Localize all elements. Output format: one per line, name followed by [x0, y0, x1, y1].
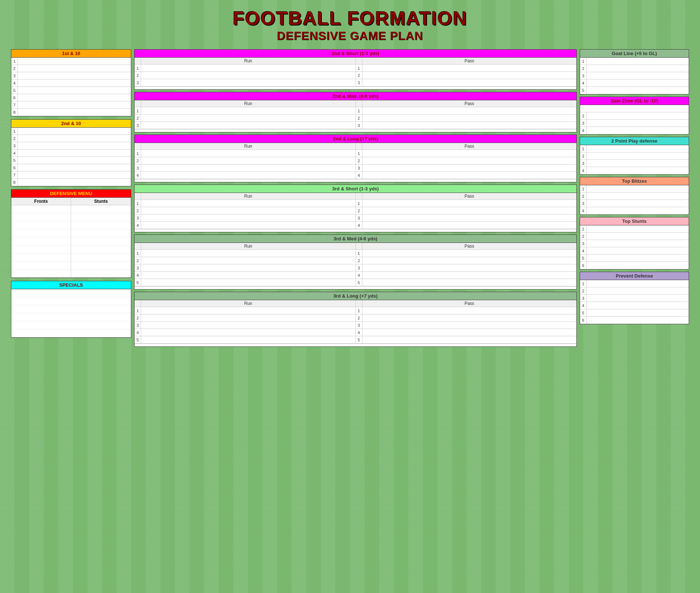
spacer: [135, 344, 576, 346]
run-pass-subheader: Run Pass: [135, 193, 576, 200]
top-stunts-section: Top Stunts 1 2 3 4 5 6: [580, 217, 689, 270]
table-row: 8: [11, 179, 131, 186]
table-row: 3: [11, 142, 131, 150]
table-row: 1: [580, 225, 689, 233]
table-row: 5: [580, 255, 689, 262]
list-item: [71, 245, 131, 253]
specials-header: SPECIALS: [11, 281, 131, 289]
top-blitzes-section: Top Blitzes 1 2 3 4: [580, 177, 689, 215]
table-row: 2: [580, 112, 689, 120]
pass-label: Pass: [362, 243, 577, 249]
table-row: 2: [580, 193, 689, 200]
table-row: 6: [11, 94, 131, 101]
table-row: 7: [11, 171, 131, 179]
table-row: 4: [580, 302, 689, 309]
run-pass-subheader: Run Pass: [135, 143, 576, 150]
second-med-section: 2nd & Med. (4-6 yds) Run Pass 1 1 2 2 3 …: [134, 92, 577, 132]
two-point-section: 2 Point Play defense 1 2 3 4: [580, 137, 689, 175]
run-label: Run: [141, 300, 356, 307]
defensive-menu-section: DEFENSIVE MENU Fronts: [11, 189, 131, 278]
first-and-10-header: 1st & 10: [11, 50, 131, 58]
list-item: [11, 261, 71, 270]
spacer: [135, 286, 576, 289]
table-row: 1: [11, 128, 131, 135]
table-row: 3 3: [135, 214, 576, 222]
second-long-section: 2nd & Long (+7 yds) Run Pass 1 1 2 2 3 3: [134, 135, 577, 182]
table-row: 1 1: [135, 250, 576, 257]
pass-label: Pass: [362, 100, 577, 107]
goal-line-header: Goal Line (+5 to GL): [580, 50, 689, 58]
list-item: [11, 237, 71, 245]
specials-content: [11, 289, 131, 337]
table-row: 6: [580, 262, 689, 269]
table-row: 3 3: [135, 264, 576, 272]
specials-section: SPECIALS: [11, 281, 131, 338]
run-label: Run: [141, 143, 356, 150]
run-pass-subheader: Run Pass: [135, 243, 576, 250]
table-row: 4: [580, 247, 689, 255]
table-row: 3: [580, 72, 689, 80]
table-row: 3 3: [135, 79, 576, 86]
fronts-lines: [11, 205, 71, 278]
middle-column: 2nd & Short (1-3 yds) Run Pass 1 1 2 2 3…: [134, 49, 577, 347]
table-row: 2 2: [135, 72, 576, 79]
table-row: 3 3: [135, 122, 576, 129]
top-stunts-header: Top Stunts: [580, 217, 689, 225]
list-item: [71, 229, 131, 237]
table-row: 3: [580, 160, 689, 167]
table-row: 4: [580, 80, 689, 87]
run-label: Run: [141, 58, 356, 64]
table-row: 1 1: [135, 65, 576, 72]
third-long-section: 3rd & Long (+7 yds) Run Pass 1 1 2 2 3 3: [134, 292, 577, 347]
table-row: 1 1: [135, 200, 576, 207]
safe-zone-section: Safe Zone (GL to -10) 2 3 4: [580, 97, 689, 135]
second-short-section: 2nd & Short (1-3 yds) Run Pass 1 1 2 2 3…: [134, 49, 577, 90]
prevent-defense-header: Prevent Defense: [580, 272, 689, 280]
table-row: 4: [11, 80, 131, 87]
table-row: 2: [580, 233, 689, 240]
list-item: [11, 321, 131, 329]
table-row: 4: [580, 167, 689, 174]
table-row: 2: [11, 135, 131, 142]
table-row: 2 2: [135, 207, 576, 214]
run-pass-subheader: Run Pass: [135, 100, 576, 107]
table-row: 4: [580, 127, 689, 134]
list-item: [71, 237, 131, 245]
table-row: 3: [580, 120, 689, 127]
spacer: [135, 179, 576, 182]
table-row: 2: [11, 65, 131, 72]
list-item: [11, 205, 71, 213]
top-blitzes-header: Top Blitzes: [580, 177, 689, 185]
list-item: [71, 213, 131, 221]
list-item: [11, 305, 131, 313]
page-title-section: FOOTBALL FORMATION DEFENSIVE GAME PLAN: [7, 7, 693, 43]
table-row: 1 1: [135, 307, 576, 314]
third-med-header: 3rd & Med (4-6 yds): [135, 235, 576, 243]
table-row: 7: [11, 101, 131, 109]
prevent-defense-section: Prevent Defense 1 2 3 4 5 6: [580, 272, 689, 324]
table-row: 6: [11, 164, 131, 171]
table-row: 4 4: [135, 329, 576, 336]
first-and-10-section: 1st & 10 1 2 3 4 5 6 7 8: [11, 49, 131, 116]
table-row: 1: [580, 185, 689, 193]
pass-label: Pass: [362, 300, 577, 307]
run-pass-subheader: Run Pass: [135, 58, 576, 65]
table-row: 3 3: [135, 322, 576, 329]
table-row: 3: [580, 295, 689, 302]
main-title: FOOTBALL FORMATION: [7, 7, 693, 29]
table-row: 2 2: [135, 257, 576, 264]
list-item: [71, 270, 131, 278]
two-point-header: 2 Point Play defense: [580, 137, 689, 145]
safe-zone-header: Safe Zone (GL to -10): [580, 97, 689, 105]
list-item: [11, 245, 71, 253]
list-item: [71, 205, 131, 213]
table-row: 3: [580, 240, 689, 247]
fronts-col: Fronts: [11, 198, 71, 278]
table-row: 2 2: [135, 157, 576, 164]
second-and-10-header: 2nd & 10: [11, 120, 131, 128]
table-row: 4: [11, 150, 131, 157]
table-row: 5: [11, 157, 131, 164]
third-med-section: 3rd & Med (4-6 yds) Run Pass 1 1 2 2 3 3: [134, 235, 577, 290]
table-row: 1: [580, 280, 689, 287]
fronts-label: Fronts: [11, 198, 71, 205]
